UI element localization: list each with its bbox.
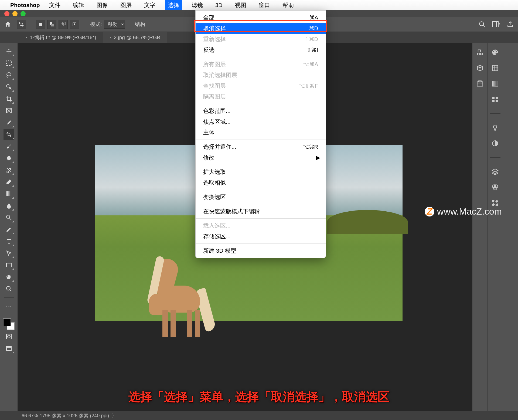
svg-point-22 — [495, 50, 496, 51]
zoom-tool[interactable] — [4, 283, 14, 294]
menu-item[interactable]: 反选⇧⌘I — [196, 45, 326, 55]
submenu-arrow-icon: ▶ — [316, 154, 320, 161]
menu-image[interactable]: 图像 — [94, 0, 111, 10]
menu-filter[interactable]: 滤镜 — [189, 0, 206, 10]
quick-mask-icon[interactable] — [4, 331, 14, 342]
svg-rect-9 — [6, 61, 11, 66]
hand-tool[interactable] — [4, 272, 14, 282]
blur-tool[interactable] — [4, 200, 14, 211]
menu-window[interactable]: 窗口 — [256, 0, 273, 10]
menu-item-label: 变换选区 — [203, 193, 226, 201]
opt-icon-3[interactable] — [59, 20, 68, 29]
close-window-button[interactable] — [4, 11, 9, 16]
svg-rect-36 — [497, 200, 498, 202]
frame-tool[interactable] — [4, 105, 14, 116]
workspace-switcher-icon[interactable] — [492, 20, 501, 29]
lasso-tool[interactable] — [4, 70, 14, 80]
menu-view[interactable]: 视图 — [232, 0, 249, 10]
annotation-caption: 选择「选择」菜单，选择「取消选择」，取消选区 — [128, 389, 390, 405]
opt-icon-4[interactable] — [70, 20, 79, 29]
menu-item[interactable]: 变换选区 — [196, 192, 326, 202]
adjustments-circle-icon[interactable] — [490, 138, 500, 148]
share-icon[interactable] — [506, 20, 515, 29]
menu-shortcut: ⌘D — [309, 25, 318, 32]
app-name[interactable]: Photoshop — [10, 2, 40, 8]
pen-tool[interactable] — [4, 224, 14, 235]
tab-close-icon[interactable]: × — [25, 35, 28, 40]
color-swatches[interactable] — [3, 318, 15, 330]
menu-item-label: 焦点区域... — [203, 118, 231, 126]
screen-mode-icon[interactable] — [4, 343, 14, 354]
svg-rect-19 — [6, 347, 11, 350]
menu-item[interactable]: 取消选择⌘D — [196, 23, 326, 34]
content-aware-move-tool[interactable] — [4, 129, 14, 140]
menu-item[interactable]: 修改▶ — [196, 152, 326, 163]
menu-3d[interactable]: 3D — [213, 1, 225, 9]
quick-select-tool[interactable] — [4, 82, 14, 92]
fg-color-swatch[interactable] — [3, 318, 11, 326]
svg-rect-6 — [74, 23, 75, 25]
doc-tab-1[interactable]: ×1-编辑.tif @ 89.9%(RGB/16*) — [19, 32, 103, 43]
menu-edit[interactable]: 编辑 — [70, 0, 87, 10]
menu-item[interactable]: 选择并遮住...⌥⌘R — [196, 141, 326, 152]
edit-toolbar-icon[interactable]: ⋯ — [4, 301, 14, 312]
color-panel-icon[interactable] — [490, 48, 500, 57]
brush-tool[interactable] — [4, 141, 14, 152]
eyedropper-tool[interactable] — [4, 117, 14, 128]
rectangle-tool[interactable] — [4, 260, 14, 270]
gradients-panel-icon[interactable] — [490, 79, 500, 89]
channels-panel-icon[interactable] — [490, 182, 500, 192]
move-tool[interactable] — [4, 46, 14, 57]
gradient-tool[interactable] — [4, 188, 14, 199]
remix-tool-icon[interactable] — [17, 20, 26, 29]
dodge-tool[interactable] — [4, 212, 14, 223]
tab-close-icon[interactable]: × — [110, 35, 112, 40]
search-icon[interactable] — [478, 20, 487, 29]
menu-item[interactable]: 新建 3D 模型 — [196, 245, 326, 256]
layers-panel-icon[interactable] — [490, 167, 500, 177]
menu-help[interactable]: 帮助 — [280, 0, 297, 10]
adjustments-bulb-icon[interactable] — [490, 123, 500, 133]
path-select-tool[interactable] — [4, 248, 14, 259]
menu-item[interactable]: 主体 — [196, 127, 326, 138]
svg-point-18 — [8, 335, 10, 338]
svg-rect-17 — [6, 334, 11, 339]
marquee-tool[interactable] — [4, 58, 14, 69]
swatches-panel-icon[interactable] — [490, 63, 500, 73]
menu-item[interactable]: 全部⌘A — [196, 12, 326, 23]
type-tool[interactable] — [4, 236, 14, 247]
zoom-window-button[interactable] — [21, 11, 26, 16]
menu-type[interactable]: 文字 — [141, 0, 158, 10]
opt-icon-2[interactable] — [47, 20, 56, 29]
clone-stamp-tool[interactable] — [4, 153, 14, 164]
svg-point-16 — [6, 286, 10, 290]
libraries-panel-icon[interactable] — [475, 79, 485, 89]
mode-select[interactable]: 移动 — [104, 20, 125, 29]
menu-item[interactable]: 在快速蒙版模式下编辑 — [196, 206, 326, 217]
tab-label: 2.jpg @ 66.7%(RGB — [114, 35, 160, 40]
history-brush-tool[interactable] — [4, 165, 14, 175]
menu-item[interactable]: 色彩范围... — [196, 106, 326, 116]
patterns-panel-icon[interactable] — [490, 94, 500, 104]
menu-item[interactable]: 存储选区... — [196, 231, 326, 242]
menu-select[interactable]: 选择 — [165, 0, 182, 10]
svg-point-11 — [6, 84, 9, 87]
doc-tab-2[interactable]: ×2.jpg @ 66.7%(RGB — [103, 32, 167, 43]
menu-item[interactable]: 选取相似 — [196, 177, 326, 188]
svg-point-7 — [479, 22, 483, 26]
menu-item[interactable]: 焦点区域... — [196, 116, 326, 127]
opt-icon-1[interactable] — [36, 20, 45, 29]
home-button[interactable] — [3, 20, 12, 29]
3d-panel-icon[interactable] — [475, 63, 485, 73]
properties-panel-icon[interactable] — [475, 48, 485, 57]
zoom-level[interactable]: 66.67% — [22, 413, 38, 419]
menu-item[interactable]: 扩大选取 — [196, 167, 326, 177]
eraser-tool[interactable] — [4, 177, 14, 187]
menu-item-label: 查找图层 — [203, 82, 226, 90]
status-chevron-icon[interactable]: 〉 — [112, 412, 117, 419]
doc-dims[interactable]: 1798 像素 x 1026 像素 (240 ppi) — [40, 412, 109, 419]
minimize-window-button[interactable] — [12, 11, 18, 16]
menu-file[interactable]: 文件 — [46, 0, 63, 10]
crop-tool[interactable] — [4, 93, 14, 104]
menu-layer[interactable]: 图层 — [118, 0, 134, 10]
